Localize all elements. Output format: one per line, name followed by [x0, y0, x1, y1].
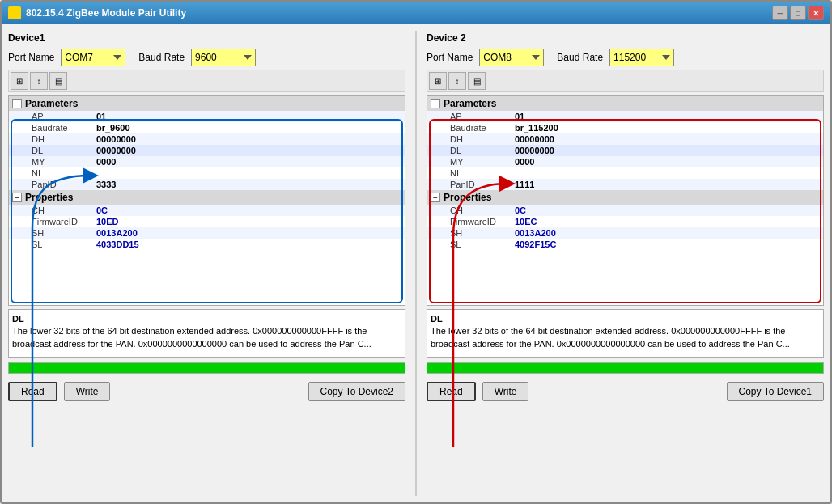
device1-desc-text: The lower 32 bits of the 64 bit destinat… [12, 325, 401, 350]
device2-panel: Device 2 Port Name COM8 Baud Rate 115200… [427, 31, 824, 496]
table-row[interactable]: PanID 1111 [427, 179, 823, 190]
device2-toolbar-prop-btn[interactable]: ▤ [468, 72, 486, 90]
table-row[interactable]: AP 01 [9, 111, 405, 122]
device2-desc-text: The lower 32 bits of the 64 bit destinat… [431, 325, 820, 350]
device1-baud-arrow [244, 55, 252, 60]
table-row[interactable]: SH 0013A200 [9, 227, 405, 239]
device1-params-label: Parameters [25, 98, 78, 109]
device1-copy-button[interactable]: Copy To Device2 [308, 382, 406, 401]
device1-params-expand[interactable]: − [12, 99, 22, 108]
table-row[interactable]: DH 00000000 [9, 133, 405, 145]
device2-progress-fill [427, 363, 823, 373]
table-row[interactable]: MY 0000 [9, 156, 405, 167]
table-row[interactable]: DL 00000000 [9, 145, 405, 156]
device1-toolbar-sort-btn[interactable]: ↕ [30, 72, 48, 90]
device2-params-label: Parameters [444, 98, 496, 109]
device1-buttons-row: Read Write Copy To Device2 [8, 379, 405, 404]
table-row[interactable]: Baudrate br_115200 [427, 122, 823, 133]
main-window: 802.15.4 ZigBee Module Pair Utility ─ □ … [0, 0, 832, 504]
device2-props-label: Properties [444, 192, 491, 203]
device1-title: Device1 [8, 31, 405, 45]
table-row[interactable]: AP 01 [427, 111, 823, 122]
device2-title: Device 2 [427, 31, 824, 45]
title-bar-left: 802.15.4 ZigBee Module Pair Utility [8, 6, 186, 19]
devices-row: Device1 Port Name COM7 Baud Rate 9600 ⊞ [8, 31, 824, 496]
device2-baud-label: Baud Rate [557, 52, 603, 63]
device1-panel: Device1 Port Name COM7 Baud Rate 9600 ⊞ [8, 31, 405, 496]
maximize-button[interactable]: □ [790, 6, 806, 20]
device2-tree-panel: − Parameters AP 01 Baudrate br_115200 DH… [427, 95, 824, 306]
table-row[interactable]: FirmwareID 10EC [427, 216, 823, 227]
device2-port-select[interactable]: COM8 [479, 49, 544, 66]
title-bar: 802.15.4 ZigBee Module Pair Utility ─ □ … [2, 2, 830, 24]
device1-tree-panel: − Parameters AP 01 Baudrate br_9600 DH [8, 95, 405, 306]
app-icon [8, 6, 21, 19]
table-row[interactable]: CH 0C [9, 205, 405, 216]
device2-port-arrow [532, 55, 540, 60]
device1-desc-panel: DL The lower 32 bits of the 64 bit desti… [8, 309, 405, 358]
device2-desc-panel: DL The lower 32 bits of the 64 bit desti… [427, 309, 824, 358]
title-buttons: ─ □ ✕ [772, 6, 824, 20]
minimize-button[interactable]: ─ [772, 6, 788, 20]
device2-write-button[interactable]: Write [482, 382, 529, 401]
table-row[interactable]: MY 0000 [427, 156, 823, 167]
close-button[interactable]: ✕ [808, 6, 824, 20]
device1-port-label: Port Name [8, 52, 54, 63]
device1-port-row: Port Name COM7 Baud Rate 9600 [8, 49, 405, 66]
window-title: 802.15.4 ZigBee Module Pair Utility [26, 7, 186, 19]
device2-props-header[interactable]: − Properties [427, 190, 823, 205]
device1-desc-title: DL [12, 313, 401, 325]
device1-toolbar-prop-btn[interactable]: ▤ [49, 72, 67, 90]
device1-props-label: Properties [25, 192, 73, 203]
device1-progress-bar [8, 362, 405, 374]
table-row[interactable]: NI [9, 167, 405, 179]
window-body: Device1 Port Name COM7 Baud Rate 9600 ⊞ [2, 24, 830, 502]
device2-desc-title: DL [431, 313, 820, 325]
table-row[interactable]: Baudrate br_9600 [9, 122, 405, 133]
device1-props-expand[interactable]: − [12, 193, 22, 202]
panel-divider [415, 31, 417, 496]
device1-props-header[interactable]: − Properties [9, 190, 405, 205]
device2-baud-select[interactable]: 115200 [609, 49, 674, 66]
device1-progress-fill [9, 363, 405, 373]
device1-toolbar: ⊞ ↕ ▤ [8, 70, 405, 92]
device1-baud-label: Baud Rate [138, 52, 185, 63]
device1-toolbar-grid-btn[interactable]: ⊞ [11, 72, 28, 90]
table-row[interactable]: DL 00000000 [427, 145, 823, 156]
device2-read-button[interactable]: Read [427, 382, 476, 401]
table-row[interactable]: SL 4092F15C [427, 239, 823, 250]
device1-write-button[interactable]: Write [64, 382, 111, 401]
device2-toolbar-grid-btn[interactable]: ⊞ [429, 72, 447, 90]
device1-port-arrow [113, 55, 121, 60]
table-row[interactable]: DH 00000000 [427, 133, 823, 145]
device2-port-label: Port Name [427, 52, 473, 63]
device1-read-button[interactable]: Read [8, 382, 57, 401]
device2-toolbar: ⊞ ↕ ▤ [427, 70, 824, 92]
table-row[interactable]: NI [427, 167, 823, 179]
device2-baud-arrow [662, 55, 670, 60]
device2-props-expand[interactable]: − [431, 193, 440, 202]
device2-progress-bar [427, 362, 824, 374]
table-row[interactable]: SL 4033DD15 [9, 239, 405, 250]
device2-buttons-row: Read Write Copy To Device1 [427, 379, 824, 404]
table-row[interactable]: CH 0C [427, 205, 823, 216]
device1-params-header[interactable]: − Parameters [9, 96, 405, 111]
device2-port-row: Port Name COM8 Baud Rate 115200 [427, 49, 824, 66]
table-row[interactable]: PanID 3333 [9, 179, 405, 190]
device2-params-expand[interactable]: − [431, 99, 440, 108]
table-row[interactable]: FirmwareID 10ED [9, 216, 405, 227]
device2-copy-button[interactable]: Copy To Device1 [727, 382, 825, 401]
device1-baud-select[interactable]: 9600 [191, 49, 256, 66]
table-row[interactable]: SH 0013A200 [427, 227, 823, 239]
device1-port-select[interactable]: COM7 [61, 49, 125, 66]
device2-toolbar-sort-btn[interactable]: ↕ [448, 72, 466, 90]
device2-params-header[interactable]: − Parameters [427, 96, 823, 111]
